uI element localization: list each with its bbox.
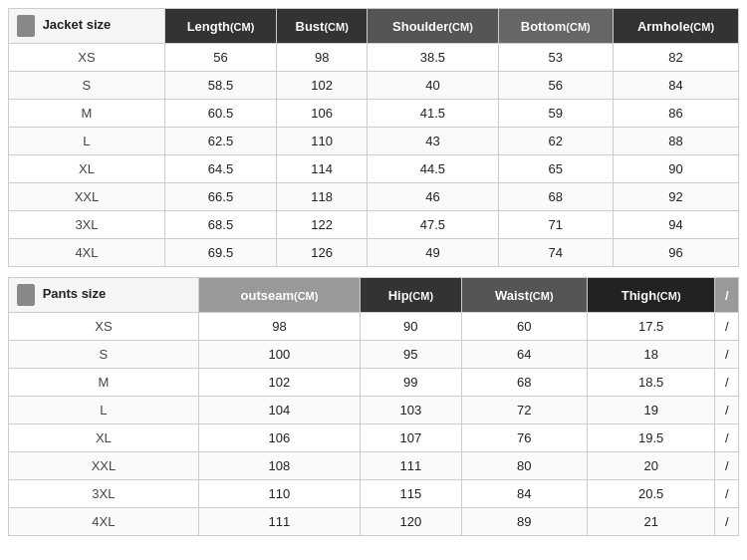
jacket-row: 4XL 69.5 126 49 74 96 xyxy=(9,239,739,267)
pants-row: S 100 95 64 18 / xyxy=(9,341,739,369)
jacket-label: Jacket size xyxy=(9,9,165,44)
jacket-col-bottom: Bottom(CM) xyxy=(498,9,613,44)
pants-outseam-cell: 106 xyxy=(198,424,360,452)
jacket-armhole-cell: 96 xyxy=(613,239,738,267)
pants-size-cell: XXL xyxy=(9,452,199,480)
jacket-shoulder-cell: 46 xyxy=(368,183,498,211)
jacket-size-cell: 3XL xyxy=(9,211,165,239)
jacket-size-cell: L xyxy=(9,128,165,155)
pants-size-cell: XL xyxy=(9,424,199,452)
pants-size-cell: L xyxy=(9,397,199,424)
jacket-col-shoulder: Shoulder(CM) xyxy=(368,9,498,44)
pants-row: 4XL 111 120 89 21 / xyxy=(9,508,739,536)
jacket-armhole-cell: 88 xyxy=(613,128,738,155)
pants-col-outseam: outseam(CM) xyxy=(198,278,360,313)
pants-row: 3XL 110 115 84 20.5 / xyxy=(9,480,739,508)
jacket-col-armhole: Armhole(CM) xyxy=(613,9,738,44)
jacket-row: XS 56 98 38.5 53 82 xyxy=(9,44,739,72)
pants-col-thigh: Thigh(CM) xyxy=(587,278,715,313)
pants-waist-cell: 60 xyxy=(461,313,587,341)
pants-extra-cell: / xyxy=(715,341,739,369)
pants-waist-cell: 76 xyxy=(461,424,587,452)
jacket-row: L 62.5 110 43 62 88 xyxy=(9,128,739,155)
jacket-shoulder-cell: 38.5 xyxy=(368,44,498,72)
pants-outseam-cell: 108 xyxy=(198,452,360,480)
pants-thigh-cell: 17.5 xyxy=(587,313,715,341)
pants-hip-cell: 115 xyxy=(361,480,462,508)
pants-outseam-cell: 100 xyxy=(198,341,360,369)
pants-outseam-cell: 110 xyxy=(198,480,360,508)
jacket-size-cell: M xyxy=(9,100,165,128)
jacket-bottom-cell: 65 xyxy=(498,155,613,183)
jacket-shoulder-cell: 49 xyxy=(368,239,498,267)
jacket-table: Jacket size Length(CM) Bust(CM) Shoulder… xyxy=(8,8,739,267)
jacket-length-cell: 66.5 xyxy=(164,183,276,211)
pants-size-cell: 3XL xyxy=(9,480,199,508)
jacket-row: 3XL 68.5 122 47.5 71 94 xyxy=(9,211,739,239)
jacket-bottom-cell: 53 xyxy=(498,44,613,72)
jacket-bottom-cell: 56 xyxy=(498,72,613,100)
jacket-shoulder-cell: 43 xyxy=(368,128,498,155)
jacket-row: XXL 66.5 118 46 68 92 xyxy=(9,183,739,211)
pants-waist-cell: 64 xyxy=(461,341,587,369)
pants-outseam-cell: 111 xyxy=(198,508,360,536)
jacket-row: M 60.5 106 41.5 59 86 xyxy=(9,100,739,128)
pants-extra-cell: / xyxy=(715,424,739,452)
jacket-bust-cell: 102 xyxy=(277,72,368,100)
jacket-bust-cell: 106 xyxy=(277,100,368,128)
jacket-bottom-cell: 62 xyxy=(498,128,613,155)
pants-row: XS 98 90 60 17.5 / xyxy=(9,313,739,341)
pants-icon xyxy=(17,284,35,306)
pants-row: M 102 99 68 18.5 / xyxy=(9,369,739,397)
jacket-shoulder-cell: 47.5 xyxy=(368,211,498,239)
pants-thigh-cell: 19 xyxy=(587,397,715,424)
size-chart: Jacket size Length(CM) Bust(CM) Shoulder… xyxy=(0,0,747,554)
pants-row: L 104 103 72 19 / xyxy=(9,397,739,424)
pants-extra-cell: / xyxy=(715,480,739,508)
jacket-length-cell: 56 xyxy=(164,44,276,72)
pants-hip-cell: 107 xyxy=(361,424,462,452)
pants-thigh-cell: 20 xyxy=(587,452,715,480)
pants-extra-cell: / xyxy=(715,369,739,397)
jacket-row: XL 64.5 114 44.5 65 90 xyxy=(9,155,739,183)
jacket-bust-cell: 118 xyxy=(277,183,368,211)
pants-row: XL 106 107 76 19.5 / xyxy=(9,424,739,452)
pants-label-text: Pants size xyxy=(43,286,107,301)
jacket-col-bust: Bust(CM) xyxy=(277,9,368,44)
pants-table: Pants size outseam(CM) Hip(CM) Waist(CM)… xyxy=(8,277,739,536)
pants-waist-cell: 89 xyxy=(461,508,587,536)
jacket-length-cell: 62.5 xyxy=(164,128,276,155)
pants-extra-cell: / xyxy=(715,508,739,536)
jacket-bust-cell: 122 xyxy=(277,211,368,239)
jacket-col-length: Length(CM) xyxy=(164,9,276,44)
jacket-length-cell: 58.5 xyxy=(164,72,276,100)
pants-outseam-cell: 98 xyxy=(198,313,360,341)
pants-thigh-cell: 18.5 xyxy=(587,369,715,397)
jacket-icon xyxy=(17,15,35,37)
jacket-armhole-cell: 84 xyxy=(613,72,738,100)
jacket-bust-cell: 114 xyxy=(277,155,368,183)
pants-hip-cell: 111 xyxy=(361,452,462,480)
jacket-armhole-cell: 86 xyxy=(613,100,738,128)
jacket-size-cell: 4XL xyxy=(9,239,165,267)
pants-thigh-cell: 21 xyxy=(587,508,715,536)
pants-waist-cell: 72 xyxy=(461,397,587,424)
pants-size-cell: 4XL xyxy=(9,508,199,536)
jacket-bottom-cell: 59 xyxy=(498,100,613,128)
jacket-size-cell: S xyxy=(9,72,165,100)
pants-hip-cell: 99 xyxy=(361,369,462,397)
jacket-shoulder-cell: 41.5 xyxy=(368,100,498,128)
jacket-bust-cell: 98 xyxy=(277,44,368,72)
jacket-size-cell: XL xyxy=(9,155,165,183)
jacket-shoulder-cell: 44.5 xyxy=(368,155,498,183)
pants-thigh-cell: 19.5 xyxy=(587,424,715,452)
pants-waist-cell: 68 xyxy=(461,369,587,397)
pants-col-hip: Hip(CM) xyxy=(361,278,462,313)
jacket-bottom-cell: 71 xyxy=(498,211,613,239)
pants-thigh-cell: 18 xyxy=(587,341,715,369)
jacket-bottom-cell: 68 xyxy=(498,183,613,211)
pants-thigh-cell: 20.5 xyxy=(587,480,715,508)
pants-waist-cell: 80 xyxy=(461,452,587,480)
jacket-length-cell: 68.5 xyxy=(164,211,276,239)
pants-hip-cell: 120 xyxy=(361,508,462,536)
